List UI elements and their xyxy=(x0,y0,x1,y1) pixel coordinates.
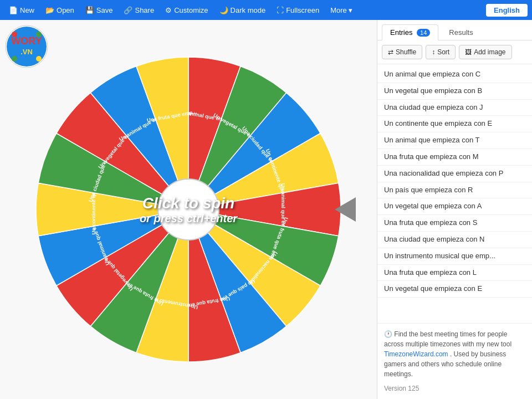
list-item[interactable]: Un instrumento musical que emp... xyxy=(377,248,532,265)
more-button[interactable]: More ▾ xyxy=(326,4,357,17)
fullscreen-icon: ⛶ xyxy=(277,6,284,14)
svg-text:WORY: WORY xyxy=(11,35,42,47)
list-item[interactable]: Un animal que empieza con C xyxy=(377,66,532,83)
new-button[interactable]: 📄 New xyxy=(4,4,39,17)
entries-list: Un animal que empieza con CUn vegetal qu… xyxy=(377,64,532,323)
tab-entries[interactable]: Entries 14 xyxy=(382,24,438,40)
list-item[interactable]: Un vegetal que empieza con E xyxy=(377,281,532,298)
sort-icon: ↕ xyxy=(432,48,435,56)
list-item[interactable]: Una fruta que empieza con M xyxy=(377,149,532,166)
list-item[interactable]: Una fruta que empieza con S xyxy=(377,215,532,232)
shuffle-icon: ⇄ xyxy=(388,48,393,56)
list-item[interactable]: Un continente que empieza con E xyxy=(377,116,532,132)
shuffle-button[interactable]: ⇄ Shuffle xyxy=(382,45,422,59)
timezone-link[interactable]: TimezoneWizard.com xyxy=(384,350,448,358)
svg-point-5 xyxy=(36,32,42,37)
toolbar: 📄 New 📂 Open 💾 Save 🔗 Share ⚙ Customize … xyxy=(0,0,532,20)
language-button[interactable]: English xyxy=(486,4,528,17)
list-item[interactable]: Un país que empieza con R xyxy=(377,182,532,199)
list-item[interactable]: Un animal que empieza con T xyxy=(377,132,532,149)
list-item[interactable]: Una ciudad que empieza con N xyxy=(377,232,532,248)
action-buttons: ⇄ Shuffle ↕ Sort 🖼 Add image xyxy=(377,40,532,64)
svg-point-27 xyxy=(158,179,219,240)
wheel-panel: WORY .VN Un animal que emp...Un vegeta xyxy=(0,20,377,399)
new-icon: 📄 xyxy=(9,6,18,14)
list-item[interactable]: Una nacionalidad que empieza con P xyxy=(377,166,532,182)
wheel-pointer xyxy=(335,197,356,222)
save-button[interactable]: 💾 Save xyxy=(81,4,117,17)
dark-mode-button[interactable]: 🌙 Dark mode xyxy=(215,4,270,17)
right-panel: Entries 14 Results ⇄ Shuffle ↕ Sort 🖼 Ad… xyxy=(377,20,532,399)
version-label: Version 125 xyxy=(384,383,525,393)
open-icon: 📂 xyxy=(45,6,54,14)
svg-point-6 xyxy=(12,56,17,62)
tab-bar: Entries 14 Results xyxy=(377,20,532,40)
main-content: WORY .VN Un animal que emp...Un vegeta xyxy=(0,20,532,399)
open-button[interactable]: 📂 Open xyxy=(41,4,79,17)
share-button[interactable]: 🔗 Share xyxy=(119,4,158,17)
list-item[interactable]: Una ciudad que empieza con J xyxy=(377,100,532,116)
sort-button[interactable]: ↕ Sort xyxy=(426,45,456,59)
add-image-button[interactable]: 🖼 Add image xyxy=(459,45,511,59)
moon-icon: 🌙 xyxy=(219,6,228,14)
share-icon: 🔗 xyxy=(124,6,132,14)
fullscreen-button[interactable]: ⛶ Fullscreen xyxy=(272,4,324,17)
customize-button[interactable]: ⚙ Customize xyxy=(161,4,212,17)
tab-results[interactable]: Results xyxy=(441,24,481,40)
save-icon: 💾 xyxy=(85,6,94,14)
list-item[interactable]: Un vegetal que empieza con A xyxy=(377,198,532,215)
spin-wheel[interactable]: Un animal que emp...Un vegetal que em...… xyxy=(28,49,349,370)
customize-icon: ⚙ xyxy=(165,6,172,14)
list-item[interactable]: Un vegetal que empieza con B xyxy=(377,83,532,100)
clock-icon: 🕐 xyxy=(384,330,392,338)
svg-point-4 xyxy=(12,32,17,37)
add-image-icon: 🖼 xyxy=(465,48,472,56)
bottom-info: 🕐 Find the best meeting times for people… xyxy=(377,323,532,399)
list-item[interactable]: Una fruta que empieza con L xyxy=(377,265,532,282)
entries-count-badge: 14 xyxy=(417,29,430,37)
